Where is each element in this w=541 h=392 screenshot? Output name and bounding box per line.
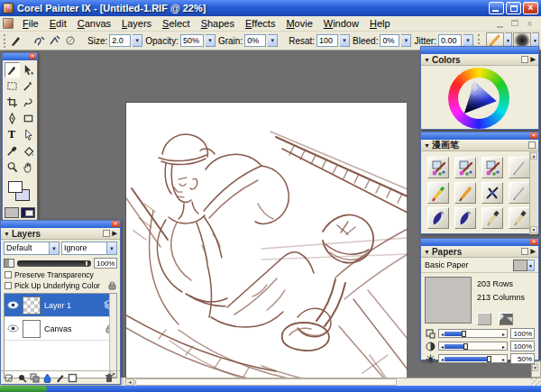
menu-effects[interactable]: Effects (240, 17, 280, 30)
brush-tray-collapse-box[interactable] (528, 141, 536, 149)
colors-header[interactable]: ▼ Colors ▶ (421, 54, 538, 66)
layer-opacity-slider[interactable] (17, 260, 91, 267)
papers-title-bar[interactable]: × (421, 239, 538, 246)
airbrush-icon[interactable] (481, 182, 503, 204)
doc-minimize-button[interactable] (495, 19, 507, 29)
brush-tray-scroll-up-icon[interactable]: ▲ (530, 152, 537, 160)
layers-collapse-box[interactable] (103, 230, 110, 237)
close-button[interactable]: × (523, 2, 538, 14)
marker-2-icon[interactable] (509, 207, 530, 229)
paper-brightness-value[interactable]: 50% (510, 353, 535, 364)
resat-dropdown-icon[interactable]: ▼ (340, 34, 350, 47)
colors-collapse-icon[interactable]: ▼ (424, 57, 430, 63)
delete-layer-icon[interactable] (104, 373, 114, 383)
blue-pen-2-icon[interactable] (454, 207, 476, 229)
paper-preview[interactable] (425, 277, 472, 324)
menu-file[interactable]: File (17, 17, 44, 30)
toolbox-title-bar[interactable]: × (3, 53, 37, 60)
paper-scale-slider[interactable]: ◄ ► (438, 329, 508, 338)
layer-thumbnail[interactable] (23, 296, 41, 315)
invert-paper-button[interactable] (499, 313, 513, 325)
menu-shapes[interactable]: Shapes (196, 17, 240, 30)
new-liquid-ink-layer-icon[interactable] (55, 373, 65, 383)
composite-depth-dropdown[interactable]: Ignore ▼ (61, 242, 117, 255)
draw-freehand-icon[interactable] (33, 33, 46, 48)
pen-tool[interactable] (5, 111, 20, 126)
papers-collapse-icon[interactable]: ▼ (424, 249, 430, 255)
papers-collapse-box[interactable] (521, 248, 528, 255)
paper-brightness-slider[interactable]: ◄ ► (438, 354, 508, 363)
colors-title-bar[interactable] (421, 47, 538, 54)
paint-bucket-tool[interactable] (21, 143, 36, 159)
clone-color-icon[interactable] (64, 33, 77, 48)
layers-collapse-icon[interactable]: ▼ (4, 231, 10, 237)
bleed-input[interactable]: 0% (380, 34, 399, 47)
rectangle-shape-tool[interactable] (21, 111, 36, 126)
menu-movie[interactable]: Movie (280, 17, 317, 30)
opacity-input[interactable]: 50% (180, 34, 204, 47)
visibility-eye-icon[interactable] (7, 301, 19, 309)
jitter-dropdown-icon[interactable]: ▼ (463, 34, 473, 47)
paper-scale-value[interactable]: 100% (510, 328, 535, 339)
layer-row-layer1[interactable]: Layer 1 (5, 294, 116, 317)
toolbar-grip[interactable] (4, 34, 5, 48)
gray-pencil-1-icon[interactable] (509, 157, 530, 178)
orange-pencil-icon[interactable] (454, 182, 476, 204)
crop-tool[interactable] (5, 95, 20, 110)
menu-help[interactable]: Help (364, 17, 396, 30)
layer-commands-icon[interactable] (5, 373, 14, 383)
papers-close-icon[interactable]: × (530, 239, 537, 245)
layers-header[interactable]: ▼ Layers ▶ (1, 228, 120, 240)
brush-tray-header[interactable]: ▼ 漫画笔 (421, 140, 538, 151)
title-bar[interactable]: Corel Painter IX - [Untitled-1.RIF @ 22%… (0, 0, 541, 16)
layer-thumbnail[interactable] (23, 320, 41, 338)
composite-method-dropdown-icon[interactable]: ▼ (50, 242, 60, 255)
brush-tray-close-icon[interactable]: × (530, 132, 537, 139)
menu-canvas[interactable]: Canvas (72, 17, 116, 30)
front-color-chip[interactable] (8, 181, 23, 193)
toolbox-close-icon[interactable]: × (29, 53, 36, 59)
size-input[interactable]: 2.0 (109, 34, 131, 47)
image-brush-2-icon[interactable] (454, 157, 476, 178)
horizontal-scrollbar[interactable]: ◄ (125, 378, 541, 386)
grabber-hand-tool[interactable] (21, 160, 36, 175)
doc-restore-button[interactable] (509, 19, 521, 29)
scroll-down-icon[interactable]: ▼ (532, 364, 538, 371)
papers-flyout-icon[interactable]: ▶ (531, 248, 536, 255)
resat-input[interactable]: 100 (316, 34, 338, 47)
paper-contrast-slider[interactable]: ◄ ► (438, 342, 508, 351)
draw-straight-lines-icon[interactable] (49, 33, 61, 48)
resize-grip[interactable] (531, 378, 541, 386)
papers-header[interactable]: ▼ Papers ▶ (421, 246, 538, 258)
size-dropdown-icon[interactable]: ▼ (133, 34, 142, 47)
colored-pencil-icon[interactable] (427, 182, 449, 204)
blue-pen-1-icon[interactable] (427, 207, 449, 229)
paper-selector[interactable] (5, 207, 19, 218)
brush-tray-title-bar[interactable]: × (421, 132, 538, 140)
layer-opacity-value[interactable]: 100% (94, 258, 117, 269)
gray-pencil-2-icon[interactable] (509, 182, 530, 204)
menu-window[interactable]: Window (318, 17, 364, 30)
layers-flyout-icon[interactable]: ▶ (113, 230, 117, 237)
brush-tray-scrollbar[interactable]: ▲ ▼ (529, 151, 537, 234)
dropper-tool[interactable] (5, 143, 20, 159)
composite-method-dropdown[interactable]: Default ▼ (4, 242, 60, 255)
layers-close-icon[interactable]: × (112, 221, 119, 227)
menu-layers[interactable]: Layers (116, 17, 157, 30)
magic-wand-tool[interactable] (21, 78, 36, 94)
paper-texture-chip[interactable] (513, 260, 527, 271)
menu-select[interactable]: Select (157, 17, 196, 30)
jitter-input[interactable]: 0.00 (438, 34, 462, 47)
opacity-dropdown-icon[interactable]: ▼ (206, 34, 215, 47)
layer-row-canvas[interactable]: Canvas (5, 317, 116, 341)
layer-list-scrollbar[interactable]: ▼ (109, 294, 116, 378)
grain-dropdown-icon[interactable]: ▼ (268, 34, 278, 47)
layers-title-bar[interactable]: × (1, 221, 120, 228)
brush-tray-collapse-icon[interactable]: ▼ (424, 142, 430, 149)
new-layer-icon[interactable] (68, 373, 78, 383)
bleed-dropdown-icon[interactable]: ▼ (401, 34, 411, 47)
magnifier-tool[interactable] (5, 160, 20, 175)
canvas[interactable] (125, 102, 407, 392)
lasso-tool[interactable] (21, 95, 36, 110)
image-brush-3-icon[interactable] (481, 157, 503, 178)
